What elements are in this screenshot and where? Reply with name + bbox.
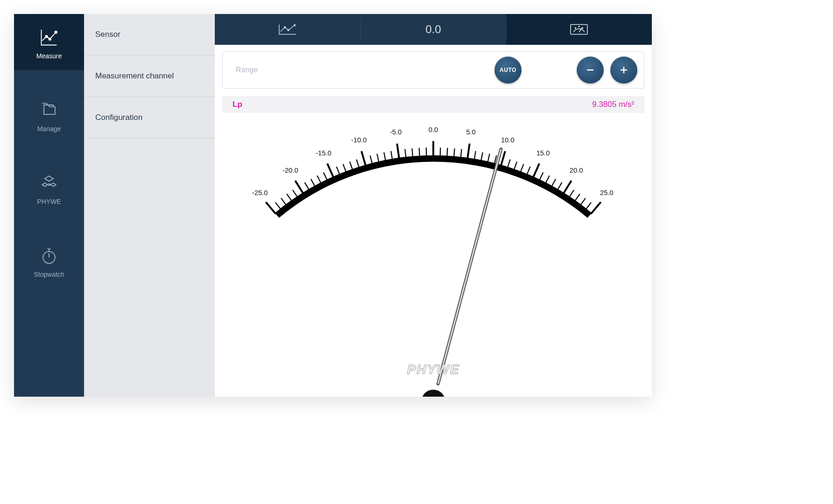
svg-line-31 [370, 155, 373, 164]
svg-point-9 [579, 26, 579, 27]
stopwatch-icon [39, 245, 59, 266]
zoom-in-button[interactable] [610, 56, 637, 84]
svg-line-28 [356, 160, 359, 168]
reading-bar: Lp 9.3805 m/s² [222, 96, 644, 113]
main-panel: 0.0 Range AUTO [215, 14, 652, 397]
svg-line-65 [563, 181, 572, 194]
svg-line-14 [281, 198, 287, 206]
svg-line-58 [527, 167, 530, 175]
sidebar: Sensor Measurement channel Configuration [84, 14, 215, 397]
svg-point-5 [288, 29, 289, 31]
channel-name: Lp [233, 100, 242, 109]
svg-line-50 [481, 152, 483, 161]
svg-line-35 [397, 144, 399, 159]
svg-text:-5.0: -5.0 [390, 128, 402, 136]
sidebar-item-measurement-channel[interactable]: Measurement channel [84, 56, 215, 97]
svg-line-16 [293, 190, 298, 197]
gauge-display: -25.0-20.0-15.0-10.0-5.00.05.010.015.020… [222, 113, 644, 397]
svg-line-15 [287, 194, 292, 202]
svg-line-43 [440, 147, 441, 157]
chart-icon [277, 22, 298, 36]
nav-label-stopwatch: Stopwatch [34, 271, 64, 278]
svg-text:-20.0: -20.0 [282, 167, 298, 174]
svg-line-64 [558, 182, 562, 190]
plus-icon [618, 64, 629, 76]
tab-numeric-label: 0.0 [425, 23, 441, 36]
svg-line-63 [551, 179, 556, 187]
svg-line-55 [508, 160, 510, 168]
svg-line-26 [343, 164, 346, 173]
auto-label: AUTO [500, 67, 516, 73]
brand-watermark: PHYWE [222, 362, 644, 377]
svg-line-49 [474, 151, 476, 160]
svg-line-70 [586, 203, 591, 210]
svg-line-32 [377, 154, 379, 163]
svg-line-67 [569, 190, 574, 197]
svg-line-46 [460, 149, 461, 158]
main-body: Range AUTO Lp 9.3805 m/s² -25.0-20.0-15.… [215, 45, 652, 397]
svg-line-39 [419, 148, 420, 157]
sidebar-item-configuration[interactable]: Configuration [84, 97, 215, 139]
svg-point-75 [421, 390, 445, 397]
gauge-icon [568, 22, 590, 36]
svg-text:25.0: 25.0 [600, 189, 614, 196]
svg-text:10.0: 10.0 [501, 136, 515, 144]
nav-item-measure[interactable]: Measure [14, 14, 84, 70]
app-window: Measure Manage PHYWE Stopwatch [14, 14, 652, 397]
zoom-out-button[interactable] [577, 56, 604, 84]
svg-line-23 [327, 164, 334, 178]
svg-text:5.0: 5.0 [466, 128, 475, 136]
svg-line-47 [467, 144, 470, 159]
nav-item-stopwatch[interactable]: Stopwatch [14, 232, 84, 288]
nav-item-phywe[interactable]: PHYWE [14, 160, 84, 216]
sidebar-item-sensor[interactable]: Sensor [84, 14, 215, 56]
svg-line-19 [305, 182, 310, 190]
nav-item-manage[interactable]: Manage [14, 87, 84, 143]
gauge-svg: -25.0-20.0-15.0-10.0-5.00.05.010.015.020… [222, 113, 644, 397]
svg-line-29 [361, 151, 366, 166]
svg-text:20.0: 20.0 [570, 167, 583, 174]
nav-label-manage: Manage [37, 125, 61, 133]
svg-point-6 [294, 25, 296, 26]
svg-line-20 [311, 179, 315, 187]
line-chart-icon [39, 27, 59, 48]
folders-icon [39, 100, 59, 120]
svg-point-0 [45, 35, 48, 38]
svg-line-27 [350, 161, 353, 170]
svg-line-11 [266, 202, 275, 214]
view-tabs: 0.0 [215, 14, 652, 45]
svg-point-1 [49, 38, 51, 40]
svg-text:-25.0: -25.0 [252, 189, 268, 196]
svg-point-4 [284, 27, 286, 28]
svg-line-51 [487, 154, 489, 163]
svg-point-10 [582, 28, 583, 28]
range-label: Range [229, 66, 488, 74]
svg-line-74 [438, 149, 501, 384]
cubes-icon [39, 173, 59, 193]
svg-text:0.0: 0.0 [429, 126, 438, 133]
svg-line-56 [514, 161, 517, 170]
svg-line-69 [580, 198, 586, 206]
svg-line-34 [391, 151, 392, 160]
svg-point-8 [575, 28, 576, 28]
svg-line-62 [545, 175, 550, 183]
tab-gauge[interactable] [506, 14, 652, 45]
svg-line-40 [426, 147, 427, 157]
svg-line-17 [295, 181, 304, 194]
svg-line-68 [574, 194, 579, 202]
svg-text:15.0: 15.0 [537, 149, 550, 157]
svg-line-45 [454, 148, 455, 158]
channel-value: 9.3805 m/s² [592, 100, 634, 109]
nav-rail: Measure Manage PHYWE Stopwatch [14, 14, 84, 397]
sidebar-label: Sensor [95, 30, 120, 39]
range-bar: Range AUTO [222, 51, 644, 89]
svg-line-21 [317, 175, 321, 183]
svg-line-22 [324, 173, 327, 181]
auto-range-button[interactable]: AUTO [494, 56, 522, 84]
svg-point-2 [55, 31, 57, 34]
tab-numeric[interactable]: 0.0 [360, 14, 506, 45]
tab-chart[interactable] [215, 14, 360, 45]
sidebar-label: Configuration [95, 113, 142, 122]
nav-label-measure: Measure [36, 52, 62, 60]
svg-line-33 [384, 152, 386, 161]
